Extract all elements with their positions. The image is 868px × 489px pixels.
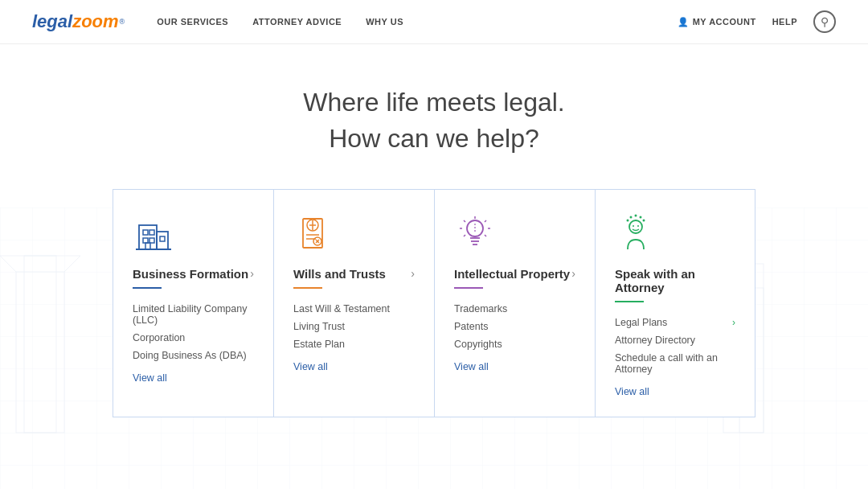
wills-trusts-icon [293,212,415,254]
account-label: MY ACCOUNT [693,17,756,27]
intellectual-property-icon [454,212,575,254]
svg-rect-15 [160,236,165,241]
legal-plans-chevron-icon: › [732,317,735,328]
wills-view-all[interactable]: View all [293,361,415,372]
svg-point-38 [629,220,642,233]
account-icon: 👤 [678,17,690,27]
nav-account-button[interactable]: 👤 MY ACCOUNT [678,17,755,27]
link-trademarks[interactable]: Trademarks [454,300,575,318]
svg-line-31 [464,220,465,222]
link-dba[interactable]: Doing Business As (DBA) [133,347,254,364]
link-living-trust[interactable]: Living Trust [293,318,415,335]
card-attorney-title-row: Speak with an Attorney [615,267,735,294]
link-copyrights[interactable]: Copyrights [454,335,575,353]
link-corporation[interactable]: Corporation [133,329,254,347]
speak-attorney-icon [615,212,735,254]
attorney-links: Attorney Directory Schedule a call with … [615,331,735,378]
search-icon: ⚲ [821,15,829,28]
svg-point-43 [640,216,642,218]
svg-rect-13 [149,238,154,243]
card-wills-title: Wills and Trusts [293,267,386,281]
attorney-view-all[interactable]: View all [615,386,735,397]
svg-rect-12 [143,238,148,243]
nav-our-services[interactable]: OUR SERVICES [157,17,228,27]
link-schedule-call[interactable]: Schedule a call with an Attorney [615,349,735,378]
nav-why-us[interactable]: WHY US [366,17,403,27]
card-ip-title: Intellectual Property [454,267,570,281]
wills-links: Last Will & Testament Living Trust Estat… [293,300,415,353]
wills-divider [293,287,322,289]
legal-plans-label: Legal Plans [615,317,667,328]
svg-point-45 [627,219,629,221]
legal-plans-row[interactable]: Legal Plans › [615,314,735,331]
card-intellectual-property[interactable]: Intellectual Property › Trademarks Paten… [434,189,595,417]
service-cards: Business Formation › Limited Liability C… [0,189,868,417]
svg-rect-10 [143,230,148,235]
logo-trademark: ® [120,18,125,26]
card-attorney-title: Speak with an Attorney [615,267,735,294]
hero-title: Where life meets legal. How can we help? [16,84,852,157]
link-last-will[interactable]: Last Will & Testament [293,300,415,318]
svg-line-36 [485,235,486,236]
hero-section: Where life meets legal. How can we help? [0,44,868,189]
wills-chevron-icon: › [411,267,415,280]
svg-line-32 [485,220,486,222]
business-chevron-icon: › [250,267,254,280]
attorney-divider [615,301,644,302]
ip-chevron-icon: › [571,267,575,280]
card-business-title-row: Business Formation › [133,267,254,281]
svg-point-40 [637,225,639,227]
card-speak-attorney[interactable]: Speak with an Attorney Legal Plans › Att… [595,189,755,417]
card-business-formation[interactable]: Business Formation › Limited Liability C… [113,189,273,417]
svg-point-41 [630,216,633,218]
business-formation-icon [133,212,254,254]
nav-help-button[interactable]: HELP [772,17,797,27]
svg-point-39 [633,225,634,227]
hero-line2: How can we help? [16,121,852,157]
svg-line-35 [464,235,465,236]
business-links: Limited Liability Company (LLC) Corporat… [133,300,254,364]
svg-rect-11 [149,230,154,235]
hero-line1: Where life meets legal. [16,84,852,121]
svg-rect-8 [139,225,157,249]
svg-point-42 [635,214,637,216]
card-wills-trusts[interactable]: Wills and Trusts › Last Will & Testament… [273,189,434,417]
svg-rect-9 [157,232,168,249]
business-view-all[interactable]: View all [133,372,254,384]
nav-attorney-advice[interactable]: ATTORNEY ADVICE [252,17,342,27]
link-llc[interactable]: Limited Liability Company (LLC) [133,300,254,329]
nav-right: 👤 MY ACCOUNT HELP ⚲ [678,10,836,33]
logo-legal-text: legal [32,11,72,32]
ip-view-all[interactable]: View all [454,361,575,372]
search-button[interactable]: ⚲ [813,10,836,33]
nav-links: OUR SERVICES ATTORNEY ADVICE WHY US [157,17,678,27]
svg-point-44 [643,219,645,221]
logo[interactable]: legalzoom® [32,11,125,32]
ip-links: Trademarks Patents Copyrights [454,300,575,353]
card-wills-title-row: Wills and Trusts › [293,267,415,281]
business-divider [133,287,162,289]
navbar: legalzoom® OUR SERVICES ATTORNEY ADVICE … [0,0,868,44]
logo-zoom-text: zoom [72,11,118,32]
link-patents[interactable]: Patents [454,318,575,335]
card-business-title: Business Formation [133,267,248,281]
card-ip-title-row: Intellectual Property › [454,267,575,281]
svg-rect-14 [145,243,150,249]
ip-divider [454,287,483,289]
link-estate-plan[interactable]: Estate Plan [293,335,415,353]
link-attorney-directory[interactable]: Attorney Directory [615,331,735,349]
